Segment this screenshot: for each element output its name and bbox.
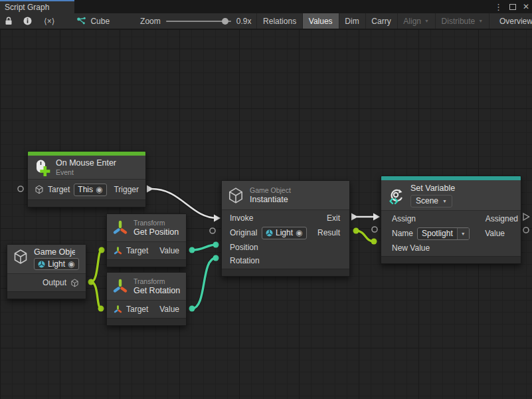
getposition-target-port[interactable] [99, 247, 105, 253]
align-button[interactable]: Align▼ [397, 13, 435, 29]
graph-breadcrumb[interactable]: Cube [70, 13, 116, 29]
target-label: Target [126, 305, 148, 314]
overview-button[interactable]: Overview [493, 13, 532, 29]
object-picker-icon[interactable]: ◉ [96, 186, 102, 194]
transform-icon [114, 305, 122, 314]
node-title: Get Rotation [133, 286, 185, 296]
node-instantiate[interactable]: Game Object Instantiate Invoke Exit Orig… [221, 180, 350, 277]
code-icon: ⟨×⟩ [44, 17, 54, 26]
trigger-label: Trigger [114, 185, 139, 194]
node-game-object[interactable]: Game Object Light ◉ Output [7, 244, 86, 299]
gameobject-port-icon [70, 279, 79, 287]
output-label: Output [43, 278, 66, 287]
chevron-down-icon: ▼ [442, 199, 447, 203]
target-field[interactable]: This ◉ [74, 184, 106, 196]
node-on-mouse-enter[interactable]: On Mouse Enter Event Target This ◉ Trigg… [27, 151, 146, 207]
lock-icon [5, 17, 13, 25]
values-button[interactable]: Values [303, 13, 339, 29]
value-label: Value [159, 305, 179, 314]
node-category: Transform [133, 219, 185, 227]
position-label: Position [230, 243, 260, 252]
node-title: On Mouse Enter [56, 158, 116, 168]
original-field[interactable]: Light ◉ [262, 227, 307, 239]
assign-label: Assign [392, 214, 416, 223]
assigned-label: Assigned [485, 214, 518, 223]
original-label: Original [230, 228, 259, 237]
tab-title: Script Graph [5, 3, 49, 12]
variable-name-dropdown[interactable]: Spotlight ▼ [417, 227, 470, 240]
zoom-slider-knob[interactable] [222, 18, 228, 25]
name-label: Name [392, 229, 413, 238]
object-picker-icon[interactable]: ◉ [68, 260, 74, 268]
instantiate-original-port[interactable] [210, 228, 215, 233]
trigger-port[interactable] [147, 186, 153, 193]
node-title: Instantiate [250, 195, 291, 205]
transform-icon [112, 279, 128, 295]
instantiate-position-port[interactable] [213, 242, 219, 248]
node-category: Transform [133, 277, 185, 286]
zoom-label: Zoom [140, 17, 161, 26]
node-set-variable[interactable]: Set Variable Scene ▼ Assign Assigned Nam… [381, 176, 521, 264]
node-get-position[interactable]: Transform Get Position Target Value [106, 213, 187, 267]
newvalue-port[interactable] [371, 239, 377, 245]
invoke-label: Invoke [230, 213, 256, 223]
getrotation-value-port[interactable] [189, 306, 195, 312]
gameobject-icon [227, 187, 244, 204]
edit-source-button[interactable]: ⟨×⟩ [38, 13, 60, 29]
chevron-down-icon: ▼ [478, 19, 483, 23]
graph-toolbar: ⟨×⟩ Cube Zoom 0.9x Relations Values [0, 13, 532, 29]
node-title: Get Position [133, 227, 185, 237]
zoom-slider[interactable] [166, 21, 231, 22]
graph-icon [76, 17, 86, 26]
carry-button[interactable]: Carry [365, 13, 397, 29]
variable-scope-dropdown[interactable]: Scene ▼ [410, 195, 452, 207]
setvariable-name-port[interactable] [372, 227, 377, 232]
relations-button[interactable]: Relations [257, 13, 302, 29]
script-graph-window: Script Graph ⋮ ✕ ⟨×⟩ [0, 0, 532, 399]
chevron-down-icon: ▼ [457, 228, 469, 239]
distribute-button[interactable]: Distribute▼ [436, 13, 489, 29]
lock-button[interactable] [0, 13, 17, 29]
value-label: Value [159, 246, 179, 255]
exit-port[interactable] [351, 213, 358, 221]
node-title: Game Object [34, 247, 75, 257]
node-category: Game Object [250, 186, 291, 195]
object-picker-icon[interactable]: ◉ [296, 229, 302, 237]
rotation-label: Rotation [230, 256, 260, 265]
node-get-rotation[interactable]: Transform Get Rotation Target Value [106, 272, 187, 326]
assign-arrowhead [373, 213, 380, 221]
close-icon[interactable]: ✕ [523, 2, 529, 11]
output-port[interactable] [88, 279, 94, 285]
result-port[interactable] [353, 228, 359, 234]
node-subtitle: Event [56, 168, 116, 177]
mouse-enter-icon [33, 159, 50, 176]
tab-script-graph[interactable]: Script Graph [0, 0, 74, 13]
getrotation-target-port[interactable] [98, 306, 104, 312]
info-button[interactable] [17, 13, 38, 29]
variable-icon [387, 186, 405, 205]
graph-canvas[interactable]: On Mouse Enter Event Target This ◉ Trigg… [0, 30, 532, 399]
value-label: Value [485, 229, 505, 238]
wire-rotation-value[interactable] [192, 258, 216, 309]
exit-label: Exit [327, 213, 340, 223]
window-menu-icon[interactable]: ⋮ [494, 2, 503, 12]
node-title: Set Variable [410, 184, 455, 194]
transform-icon [112, 220, 128, 236]
gameobject-icon [13, 249, 29, 265]
instantiate-rotation-port[interactable] [213, 255, 219, 261]
target-label: Target [48, 185, 70, 194]
object-field[interactable]: Light ◉ [34, 258, 79, 270]
chevron-down-icon: ▼ [424, 19, 429, 23]
unity-object-icon [38, 261, 45, 268]
assigned-port[interactable] [523, 213, 529, 220]
onmouseenter-left-port[interactable] [18, 186, 23, 192]
getposition-value-port[interactable] [189, 247, 195, 253]
target-label: Target [126, 246, 148, 255]
maximize-icon[interactable] [509, 4, 516, 10]
setvariable-value-port[interactable] [523, 227, 529, 233]
gameobject-icon [35, 185, 44, 194]
tab-strip: Script Graph ⋮ ✕ [0, 0, 532, 13]
result-label: Result [317, 228, 340, 237]
dim-button[interactable]: Dim [339, 13, 365, 29]
graph-name: Cube [90, 17, 110, 26]
